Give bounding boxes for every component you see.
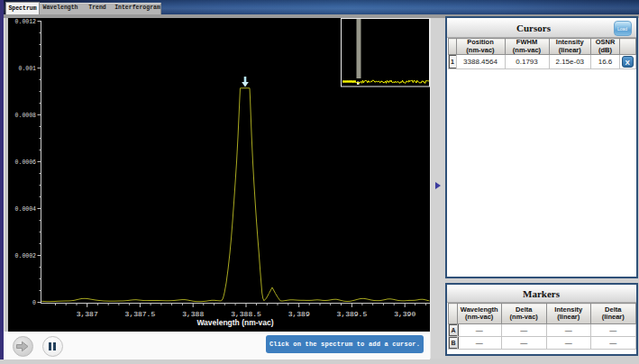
svg-text:0.0002: 0.0002 xyxy=(15,253,37,259)
svg-text:3,387: 3,387 xyxy=(77,310,98,318)
svg-text:3,387.5: 3,387.5 xyxy=(125,310,156,318)
svg-text:0.001: 0.001 xyxy=(18,66,36,72)
svg-text:0.0008: 0.0008 xyxy=(15,113,37,119)
svg-text:3,389: 3,389 xyxy=(288,310,310,318)
svg-text:0: 0 xyxy=(32,300,36,306)
svg-text:0.0004: 0.0004 xyxy=(15,206,37,213)
svg-text:0.0012: 0.0012 xyxy=(15,19,37,25)
svg-text:3,389.5: 3,389.5 xyxy=(337,310,368,318)
svg-text:Wavelength (nm-vac): Wavelength (nm-vac) xyxy=(196,318,273,327)
svg-text:3,390: 3,390 xyxy=(394,310,415,318)
svg-text:0.0006: 0.0006 xyxy=(15,159,37,166)
